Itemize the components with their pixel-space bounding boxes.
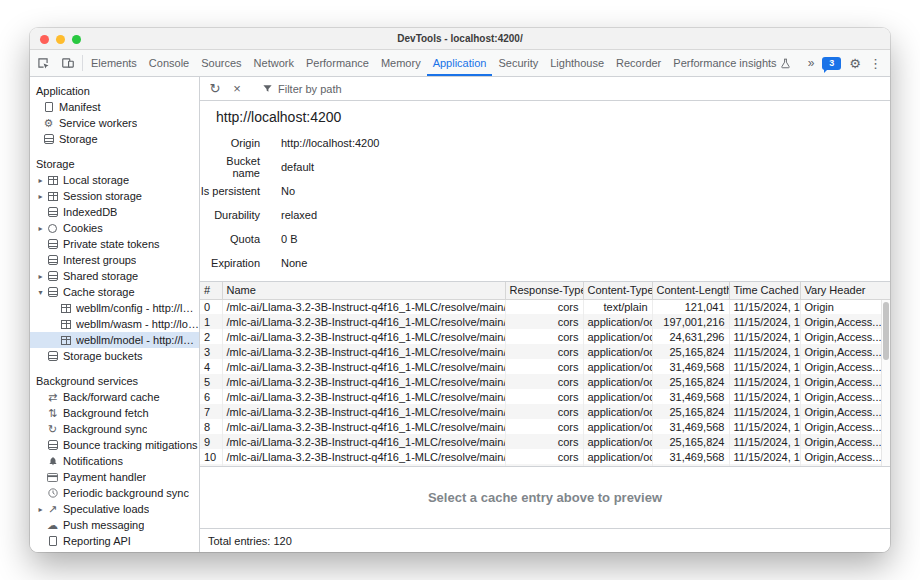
- item-label: Notifications: [63, 455, 123, 467]
- tab-elements[interactable]: Elements: [85, 50, 143, 76]
- chevron-down-icon[interactable]: ▾: [35, 288, 46, 297]
- table-row[interactable]: 9 /mlc-ai/Llama-3.2-3B-Instruct-q4f16_1-…: [200, 434, 890, 449]
- sidebar-item-payment-handler[interactable]: Payment handler: [30, 469, 199, 485]
- database-icon: [46, 440, 59, 450]
- table-row[interactable]: 10 /mlc-ai/Llama-3.2-3B-Instruct-q4f16_1…: [200, 449, 890, 464]
- table-row[interactable]: 1 /mlc-ai/Llama-3.2-3B-Instruct-q4f16_1-…: [200, 314, 890, 329]
- sidebar-item-background-sync[interactable]: ↻ Background sync: [30, 421, 199, 437]
- sidebar-item-manifest[interactable]: Manifest: [30, 99, 199, 115]
- cell-content-type: text/plain: [583, 299, 652, 314]
- sidebar-item-back-forward-cache[interactable]: ⇄ Back/forward cache: [30, 389, 199, 405]
- sidebar-item-storage[interactable]: Storage: [30, 131, 199, 147]
- table-row[interactable]: 11 /mlc-ai/Llama-3.2-3B-Instruct-q4f16_1…: [200, 464, 890, 467]
- sidebar-item-webllm-config[interactable]: webllm/config - http://loc...: [30, 300, 199, 316]
- origin-heading: http://localhost:4200: [200, 101, 890, 127]
- tab-performance[interactable]: Performance: [300, 50, 375, 76]
- sidebar-item-local-storage[interactable]: ▸ Local storage: [30, 172, 199, 188]
- delete-selected-button[interactable]: ×: [227, 80, 247, 98]
- sidebar-item-storage-buckets[interactable]: Storage buckets: [30, 348, 199, 364]
- chevron-right-icon[interactable]: ▸: [35, 192, 46, 201]
- tab-console[interactable]: Console: [143, 50, 195, 76]
- sidebar-item-webllm-wasm[interactable]: webllm/wasm - http://loca...: [30, 316, 199, 332]
- sidebar-item-indexeddb[interactable]: IndexedDB: [30, 204, 199, 220]
- tab-network[interactable]: Network: [248, 50, 300, 76]
- column-header-vary-header[interactable]: Vary Header: [800, 282, 890, 299]
- tab-application[interactable]: Application: [427, 50, 493, 76]
- table-scrollbar-thumb[interactable]: [883, 302, 889, 360]
- sidebar-item-reporting-api[interactable]: Reporting API: [30, 533, 199, 549]
- cell-time-cached: 11/15/2024, 10...: [729, 419, 800, 434]
- database-icon: [46, 271, 59, 281]
- console-messages-badge[interactable]: 3: [822, 57, 841, 70]
- sidebar-item-shared-storage[interactable]: ▸ Shared storage: [30, 268, 199, 284]
- cell-index: 10: [200, 449, 222, 464]
- table-row[interactable]: 4 /mlc-ai/Llama-3.2-3B-Instruct-q4f16_1-…: [200, 359, 890, 374]
- tab-recorder[interactable]: Recorder: [610, 50, 667, 76]
- metadata-row: Quota 0 B: [200, 227, 890, 251]
- field-label: Expiration: [200, 257, 260, 269]
- sidebar-item-periodic-background-sync[interactable]: Periodic background sync: [30, 485, 199, 501]
- table-header-row: # Name Response-Type Content-Type Conten…: [200, 282, 890, 299]
- settings-gear-icon[interactable]: ⚙: [849, 56, 861, 71]
- table-row[interactable]: 2 /mlc-ai/Llama-3.2-3B-Instruct-q4f16_1-…: [200, 329, 890, 344]
- zoom-window-button[interactable]: [72, 35, 81, 44]
- sidebar-item-service-workers[interactable]: ⚙ Service workers: [30, 115, 199, 131]
- chevron-right-icon[interactable]: ▸: [35, 224, 46, 233]
- sidebar-item-background-fetch[interactable]: ⇅ Background fetch: [30, 405, 199, 421]
- column-header-content-type[interactable]: Content-Type: [583, 282, 652, 299]
- close-window-button[interactable]: [40, 35, 49, 44]
- table-row[interactable]: 5 /mlc-ai/Llama-3.2-3B-Instruct-q4f16_1-…: [200, 374, 890, 389]
- cell-name: /mlc-ai/Llama-3.2-3B-Instruct-q4f16_1-ML…: [222, 359, 505, 374]
- cell-time-cached: 11/15/2024, 10...: [729, 359, 800, 374]
- sidebar-item-bounce-tracking-mitigations[interactable]: Bounce tracking mitigations: [30, 437, 199, 453]
- table-row[interactable]: 3 /mlc-ai/Llama-3.2-3B-Instruct-q4f16_1-…: [200, 344, 890, 359]
- table-row[interactable]: 8 /mlc-ai/Llama-3.2-3B-Instruct-q4f16_1-…: [200, 419, 890, 434]
- sidebar-item-webllm-model[interactable]: webllm/model - http://loc...: [30, 332, 199, 348]
- inspect-element-button[interactable]: [30, 50, 55, 76]
- cell-content-length: 24,631,296: [652, 329, 729, 344]
- sidebar-item-private-state-tokens[interactable]: Private state tokens: [30, 236, 199, 252]
- column-header-time-cached[interactable]: Time Cached: [729, 282, 800, 299]
- experiment-flask-icon: [780, 58, 791, 69]
- field-label: Bucket name: [200, 155, 260, 179]
- column-header-index[interactable]: #: [200, 282, 222, 299]
- database-icon: [46, 255, 59, 265]
- column-header-content-length[interactable]: Content-Length: [652, 282, 729, 299]
- tab-lighthouse[interactable]: Lighthouse: [544, 50, 610, 76]
- sidebar-item-session-storage[interactable]: ▸ Session storage: [30, 188, 199, 204]
- field-label: Quota: [200, 233, 260, 245]
- sidebar-item-cache-storage[interactable]: ▾ Cache storage: [30, 284, 199, 300]
- cell-name: /mlc-ai/Llama-3.2-3B-Instruct-q4f16_1-ML…: [222, 329, 505, 344]
- tab-memory[interactable]: Memory: [375, 50, 427, 76]
- cell-content-type: application/oc...: [583, 374, 652, 389]
- chevron-right-icon[interactable]: ▸: [35, 505, 46, 514]
- cell-index: 0: [200, 299, 222, 314]
- up-down-arrows-icon: ⇅: [46, 408, 59, 419]
- kebab-menu-icon[interactable]: ⋮: [869, 56, 882, 71]
- chevron-right-icon[interactable]: ▸: [35, 272, 46, 281]
- table-row[interactable]: 6 /mlc-ai/Llama-3.2-3B-Instruct-q4f16_1-…: [200, 389, 890, 404]
- table-icon: [46, 192, 59, 201]
- sidebar-item-push-messaging[interactable]: ☁ Push messaging: [30, 517, 199, 533]
- more-tabs-icon[interactable]: »: [808, 56, 815, 70]
- refresh-button[interactable]: ↻: [205, 80, 225, 98]
- sidebar-item-speculative-loads[interactable]: ▸ ↗ Speculative loads: [30, 501, 199, 517]
- sidebar-item-cookies[interactable]: ▸ Cookies: [30, 220, 199, 236]
- tab-performance-insights[interactable]: Performance insights: [667, 50, 796, 76]
- minimize-window-button[interactable]: [56, 35, 65, 44]
- tab-security[interactable]: Security: [492, 50, 544, 76]
- tab-sources[interactable]: Sources: [195, 50, 247, 76]
- preview-area: Select a cache entry above to preview: [200, 467, 890, 528]
- table-scrollbar[interactable]: [881, 300, 890, 466]
- column-header-response-type[interactable]: Response-Type: [505, 282, 583, 299]
- sidebar-item-interest-groups[interactable]: Interest groups: [30, 252, 199, 268]
- cell-name: /mlc-ai/Llama-3.2-3B-Instruct-q4f16_1-ML…: [222, 404, 505, 419]
- sidebar-item-notifications[interactable]: Notifications: [30, 453, 199, 469]
- filter-by-path-input[interactable]: [278, 83, 498, 95]
- table-row[interactable]: 7 /mlc-ai/Llama-3.2-3B-Instruct-q4f16_1-…: [200, 404, 890, 419]
- cell-content-length: 25,165,824: [652, 344, 729, 359]
- column-header-name[interactable]: Name: [222, 282, 505, 299]
- device-toolbar-button[interactable]: [55, 50, 80, 76]
- chevron-right-icon[interactable]: ▸: [35, 176, 46, 185]
- table-row[interactable]: 0 /mlc-ai/Llama-3.2-3B-Instruct-q4f16_1-…: [200, 299, 890, 314]
